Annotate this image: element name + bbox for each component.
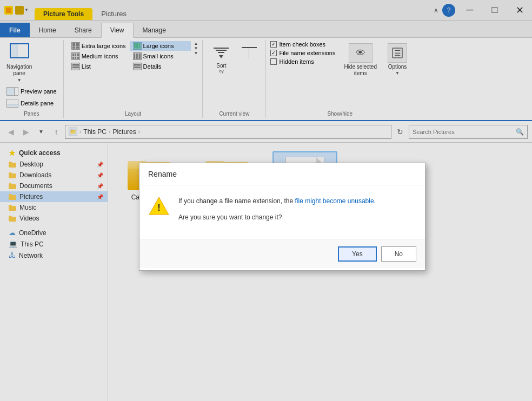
dialog-text-2: Are you sure you want to change it?	[178, 212, 376, 222]
rename-dialog: Rename ! If you change a file name exten…	[139, 163, 425, 271]
dialog-warning: ! If you change a file name extension, t…	[148, 196, 416, 222]
dialog-text-1: If you change a file name extension, the…	[178, 196, 376, 206]
dialog-body: ! If you change a file name extension, t…	[139, 185, 425, 239]
dialog-message: If you change a file name extension, the…	[178, 196, 376, 222]
rename-dialog-overlay: Rename ! If you change a file name exten…	[0, 0, 532, 401]
dialog-highlight: file might become unusable.	[295, 197, 375, 205]
svg-text:!: !	[157, 202, 161, 213]
dialog-title: Rename	[139, 163, 425, 185]
dialog-footer: Yes No	[139, 239, 425, 268]
dialog-text-part1: If you change a file name extension, the	[178, 197, 295, 205]
yes-btn[interactable]: Yes	[338, 246, 377, 262]
warning-icon: !	[148, 196, 170, 216]
no-btn[interactable]: No	[381, 246, 416, 262]
